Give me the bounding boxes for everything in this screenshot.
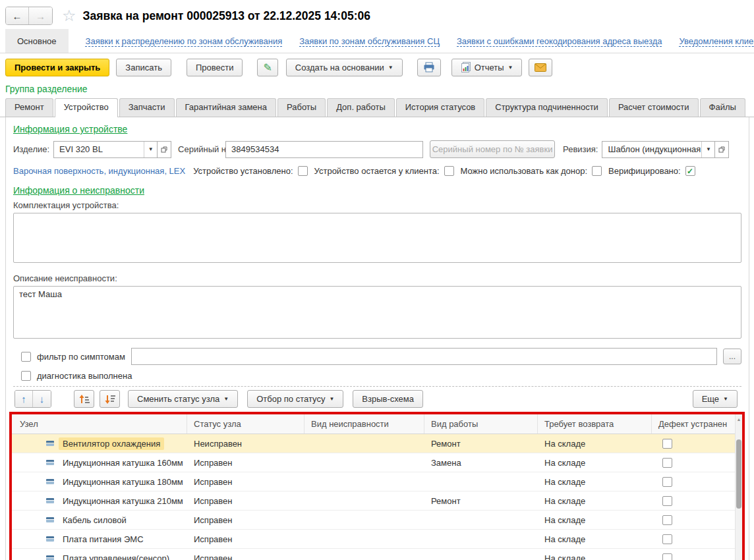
tab-device[interactable]: Устройство	[55, 98, 118, 117]
symptom-filter-input[interactable]	[131, 348, 717, 365]
verified-checkbox[interactable]: ✓	[685, 166, 695, 176]
filter-by-status-button[interactable]: Отбор по статусу ▼	[247, 390, 343, 408]
fault-description-textarea[interactable]: тест Маша	[13, 286, 741, 339]
column-fault-kind[interactable]: Вид неисправности	[304, 414, 424, 434]
change-node-status-button[interactable]: Сменить статус узла ▼	[128, 390, 238, 408]
work-kind-cell[interactable]	[424, 511, 538, 529]
work-kind-cell[interactable]	[424, 530, 538, 548]
scroll-up-icon[interactable]: ▲	[736, 414, 742, 422]
kit-textarea[interactable]	[13, 213, 741, 263]
defect-fixed-checkbox[interactable]	[662, 439, 672, 449]
save-button[interactable]: Записать	[116, 59, 171, 76]
fault-kind-cell[interactable]	[304, 511, 424, 529]
column-return-required[interactable]: Требует возврата	[538, 414, 652, 434]
return-required-cell[interactable]: На складе	[538, 491, 652, 510]
fault-kind-cell[interactable]	[304, 453, 424, 472]
tab-status-history[interactable]: История статусов	[396, 98, 485, 117]
donor-checkbox[interactable]	[592, 166, 602, 176]
print-button[interactable]	[417, 59, 441, 76]
revision-open-button[interactable]	[714, 141, 729, 158]
tab-parts[interactable]: Запчасти	[119, 98, 175, 117]
node-cell[interactable]: Плата управления(сенсор)	[12, 549, 187, 560]
serial-input[interactable]	[225, 141, 423, 158]
tab-works[interactable]: Работы	[277, 98, 326, 117]
serial-by-request-button[interactable]: Серийный номер по № заявки	[430, 140, 555, 158]
fault-kind-cell[interactable]	[304, 530, 424, 548]
post-and-close-button[interactable]: Провести и закрыть	[5, 59, 109, 76]
table-row[interactable]: Кабель силовойИсправенНа складе	[12, 511, 742, 530]
diagnostics-checkbox[interactable]	[21, 371, 31, 381]
column-defect-fixed[interactable]: Дефект устранен	[652, 414, 742, 434]
symptom-filter-checkbox[interactable]	[21, 352, 31, 362]
nav-link-zones-distribution[interactable]: Заявки к распределению по зонам обслужив…	[86, 36, 283, 46]
defect-fixed-checkbox[interactable]	[662, 458, 672, 468]
node-cell[interactable]: Плата питания ЭМС	[12, 530, 187, 548]
column-node[interactable]: Узел	[12, 414, 187, 434]
forward-button[interactable]: →	[29, 7, 52, 24]
return-required-cell[interactable]: На складе	[538, 434, 652, 453]
post-button[interactable]: Провести	[187, 59, 243, 76]
tab-subordination-structure[interactable]: Структура подчиненности	[486, 98, 608, 117]
defect-fixed-checkbox[interactable]	[662, 553, 672, 560]
work-kind-cell[interactable]	[424, 472, 538, 491]
send-email-button[interactable]	[529, 59, 552, 76]
product-dropdown-icon[interactable]: ▼	[144, 142, 157, 157]
nav-link-zones-sc[interactable]: Заявки по зонам обслуживания СЦ	[299, 36, 440, 46]
work-kind-cell[interactable]	[424, 549, 538, 560]
table-row[interactable]: Плата управления(сенсор)ИсправенНа склад…	[12, 549, 742, 560]
tab-files[interactable]: Файлы	[700, 98, 745, 117]
defect-fixed-checkbox[interactable]	[662, 534, 672, 544]
node-cell[interactable]: Кабель силовой	[12, 511, 187, 529]
create-based-on-button[interactable]: Создать на основании ▼	[286, 59, 403, 76]
node-cell[interactable]: Вентилятор охлаждения	[12, 434, 187, 453]
revision-combo[interactable]: Шаблон (индукционная ▼	[602, 141, 715, 158]
table-row[interactable]: Плата питания ЭМСИсправенНа складе	[12, 530, 742, 549]
tab-extra-works[interactable]: Доп. работы	[327, 98, 395, 117]
back-button[interactable]: ←	[6, 7, 29, 24]
sort-descending-button[interactable]	[100, 390, 120, 408]
table-row[interactable]: Индукционная катушка 180ммИсправенНа скл…	[12, 472, 742, 491]
return-required-cell[interactable]: На складе	[538, 530, 652, 548]
sort-ascending-button[interactable]	[74, 390, 94, 408]
product-open-button[interactable]	[157, 141, 171, 158]
table-row[interactable]: Индукционная катушка 210ммИсправенРемонт…	[12, 491, 742, 511]
tab-cost-calculation[interactable]: Расчет стоимости	[609, 98, 699, 117]
product-combo[interactable]: EVI 320 BL ▼	[53, 141, 158, 158]
work-kind-cell[interactable]: Ремонт	[424, 491, 538, 510]
node-status-cell[interactable]: Неисправен	[187, 434, 304, 453]
defect-fixed-checkbox[interactable]	[662, 477, 672, 487]
node-status-cell[interactable]: Исправен	[187, 549, 304, 560]
return-required-cell[interactable]: На складе	[538, 549, 652, 560]
nav-link-client-notifications[interactable]: Уведомления клиентам о и	[679, 36, 754, 46]
tab-warranty-replacement[interactable]: Гарантийная замена	[176, 98, 276, 117]
reports-button[interactable]: Отчеты ▼	[451, 59, 523, 76]
move-up-button[interactable]: ↑	[15, 391, 33, 407]
more-button[interactable]: Еще ▼	[693, 390, 738, 408]
tab-repair[interactable]: Ремонт	[5, 98, 53, 117]
column-node-status[interactable]: Статус узла	[187, 414, 304, 434]
installed-checkbox[interactable]	[298, 166, 308, 176]
revision-dropdown-icon[interactable]: ▼	[701, 142, 714, 157]
work-kind-cell[interactable]: Ремонт	[424, 434, 538, 453]
symptom-filter-more-button[interactable]: ...	[723, 349, 741, 364]
nav-link-geocoding-errors[interactable]: Заявки с ошибками геокодирования адреса …	[457, 36, 662, 46]
fault-kind-cell[interactable]	[304, 491, 424, 510]
node-cell[interactable]: Индукционная катушка 210мм	[12, 491, 187, 510]
return-required-cell[interactable]: На складе	[538, 511, 652, 529]
node-cell[interactable]: Индукционная катушка 180мм	[12, 472, 187, 491]
node-status-cell[interactable]: Исправен	[187, 472, 304, 491]
work-kind-cell[interactable]: Замена	[424, 453, 538, 472]
move-down-button[interactable]: ↓	[33, 391, 51, 407]
node-status-cell[interactable]: Исправен	[187, 453, 304, 472]
nav-tab-main[interactable]: Основное	[5, 29, 69, 53]
defect-fixed-checkbox[interactable]	[662, 496, 672, 506]
column-work-kind[interactable]: Вид работы	[424, 414, 538, 434]
scrollbar-thumb[interactable]	[736, 439, 741, 509]
node-cell[interactable]: Индукционная катушка 160мм	[12, 453, 187, 472]
fault-kind-cell[interactable]	[304, 472, 424, 491]
table-row[interactable]: Вентилятор охлажденияНеисправенРемонтНа …	[12, 434, 742, 453]
return-required-cell[interactable]: На складе	[538, 453, 652, 472]
table-row[interactable]: Индукционная катушка 160ммИсправенЗамена…	[12, 453, 742, 472]
return-required-cell[interactable]: На складе	[538, 472, 652, 491]
fault-kind-cell[interactable]	[304, 549, 424, 560]
